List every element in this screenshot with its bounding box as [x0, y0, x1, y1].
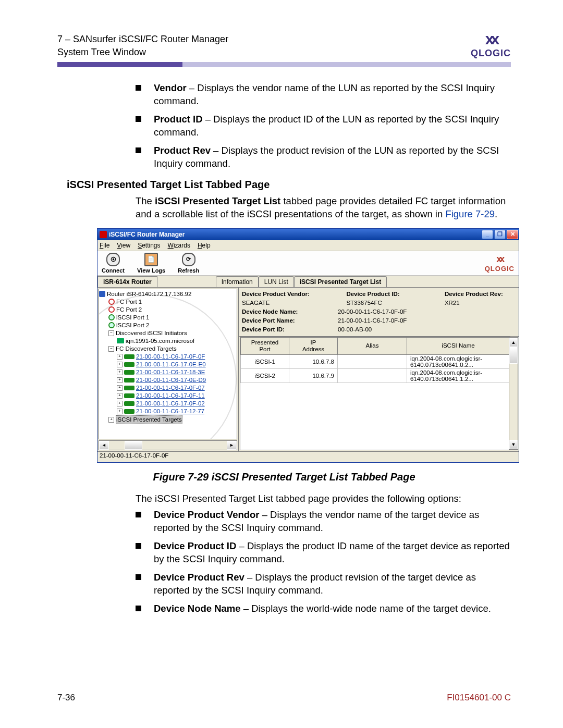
disk-icon	[124, 401, 134, 406]
expand-icon[interactable]: +	[117, 385, 123, 391]
scroll-thumb[interactable]	[125, 441, 142, 450]
expand-icon[interactable]: +	[117, 377, 123, 383]
tree-target[interactable]: +21-00-00-11-C6-17-0E-D9	[99, 376, 237, 384]
page-footer: 7-36 FI0154601-00 C	[57, 693, 511, 703]
tree-hscrollbar[interactable]: ◄ ►	[99, 440, 237, 450]
close-button[interactable]: ✕	[507, 230, 518, 239]
maximize-button[interactable]: ❐	[494, 230, 506, 239]
app-icon	[100, 231, 107, 238]
disk-icon	[124, 362, 134, 367]
port-icon	[108, 314, 115, 320]
tree-target[interactable]: +21-00-00-11-C6-17-0F-02	[99, 400, 237, 408]
router-icon	[99, 291, 105, 297]
menu-settings[interactable]: Settings	[138, 242, 160, 249]
tree-router-node[interactable]: Router iSR-6140:172.17.136.92	[99, 290, 237, 298]
menu-wizards[interactable]: Wizards	[168, 242, 190, 249]
expand-icon[interactable]: +	[108, 417, 114, 423]
app-window: iSCSI/FC Router Manager _ ❐ ✕ File View …	[97, 228, 519, 463]
system-tree-panel: Router iSR-6140:172.17.136.92 FC Port 1 …	[97, 288, 239, 451]
refresh-button[interactable]: ⟳ Refresh	[178, 253, 199, 274]
menu-help[interactable]: Help	[198, 242, 211, 249]
window-titlebar[interactable]: iSCSI/FC Router Manager _ ❐ ✕	[97, 229, 519, 240]
scroll-up-button[interactable]: ▲	[509, 338, 518, 347]
menu-view[interactable]: View	[117, 242, 130, 249]
tab-bar: iSR-614x Router Information LUN List iSC…	[97, 276, 519, 288]
col-ip-address[interactable]: IPAddress	[289, 337, 338, 354]
connect-icon: ⦿	[106, 253, 120, 266]
expand-icon[interactable]: +	[117, 401, 123, 406]
bullet-icon	[136, 543, 141, 549]
col-iscsi-name[interactable]: iSCSI Name	[407, 337, 510, 354]
tree-fctargets[interactable]: −FC Discovered Targets	[99, 345, 237, 353]
tree-target[interactable]: +21-00-00-11-C6-17-0E-E0	[99, 361, 237, 368]
header-line1: 7 – SANsurfer iSCSI/FC Router Manager	[57, 33, 228, 46]
tree-port[interactable]: iSCSI Port 1	[99, 314, 237, 322]
bullet-icon	[136, 606, 141, 611]
port-icon	[108, 322, 115, 328]
expand-icon[interactable]: +	[117, 362, 123, 367]
tree-initiator-item[interactable]: iqn.1991-05.com.microsof	[99, 337, 237, 345]
tree-target[interactable]: +21-00-00-11-C6-17-0F-11	[99, 392, 237, 400]
section-paragraph: The iSCSI Presented Target List tabbed p…	[136, 195, 511, 221]
col-alias[interactable]: Alias	[338, 337, 407, 354]
bullet-icon	[136, 116, 141, 122]
port-icon	[108, 299, 115, 305]
disk-icon	[124, 354, 134, 359]
tab-iscsi-presented[interactable]: iSCSI Presented Target List	[294, 276, 387, 287]
disk-icon	[124, 370, 134, 375]
tab-lunlist[interactable]: LUN List	[259, 276, 294, 287]
tree-target[interactable]: +21-00-00-11-C6-17-0F-07	[99, 384, 237, 392]
tree-initiators[interactable]: −Discovered iSCSI Initiators	[99, 329, 237, 337]
expand-icon[interactable]: +	[117, 354, 123, 360]
viewlogs-button[interactable]: 📄 View Logs	[137, 253, 165, 274]
expand-icon[interactable]: +	[117, 369, 123, 375]
tree-port[interactable]: FC Port 2	[99, 306, 237, 314]
collapse-icon[interactable]: −	[108, 346, 114, 352]
qlogic-logo: xx QLOGIC	[471, 30, 511, 59]
tree-port[interactable]: FC Port 1	[99, 298, 237, 306]
after-bullet-list: Device Product Vendor – Displays the ven…	[136, 509, 511, 615]
system-tree[interactable]: Router iSR-6140:172.17.136.92 FC Port 1 …	[99, 289, 237, 439]
figure-link[interactable]: Figure 7-29	[445, 208, 495, 219]
bullet-icon	[136, 147, 141, 153]
bullet-icon	[136, 512, 141, 517]
tree-iscsi-presented[interactable]: +iSCSI Presented Targets	[99, 415, 237, 424]
tab-information[interactable]: Information	[216, 276, 259, 287]
after-figure-paragraph: The iSCSI Presented Target List tabbed p…	[136, 492, 511, 505]
scroll-thumb[interactable]	[509, 347, 518, 364]
header-rule	[57, 62, 511, 67]
details-panel: Device Product Vendor: SEAGATE Device Pr…	[239, 288, 519, 451]
page-header: 7 – SANsurfer iSCSI/FC Router Manager Sy…	[57, 30, 511, 59]
tree-target[interactable]: +21-00-00-11-C6-17-18-3E	[99, 368, 237, 376]
grid-vscrollbar[interactable]: ▲ ▼	[509, 337, 518, 450]
tree-target[interactable]: +21-00-00-11-C6-17-0F-0F	[99, 353, 237, 361]
tree-target[interactable]: +21-00-00-11-C6-17-12-77	[99, 408, 237, 415]
refresh-icon: ⟳	[182, 253, 195, 266]
bullet-icon	[136, 574, 141, 580]
host-icon	[117, 338, 124, 343]
connect-button[interactable]: ⦿ Connect	[102, 253, 125, 274]
section-heading: iSCSI Presented Target List Tabbed Page	[67, 179, 511, 191]
grid-row[interactable]: iSCSI-1 10.6.7.8 iqn.2004-08.com.qlogic:…	[241, 354, 510, 368]
disk-icon	[124, 378, 134, 382]
minimize-button[interactable]: _	[482, 230, 493, 239]
bullet-icon	[136, 85, 141, 91]
grid-row[interactable]: iSCSI-2 10.6.7.9 iqn.2004-08.com.qlogic:…	[241, 368, 510, 382]
window-title: iSCSI/FC Router Manager	[109, 231, 185, 238]
menu-file[interactable]: File	[100, 242, 109, 249]
device-tab[interactable]: iSR-614x Router	[97, 276, 157, 287]
top-bullet-list: Vendor – Displays the vendor name of the…	[136, 82, 511, 170]
menu-bar[interactable]: File View Settings Wizards Help	[97, 240, 519, 251]
scroll-down-button[interactable]: ▼	[509, 440, 518, 449]
scroll-left-button[interactable]: ◄	[99, 441, 109, 450]
expand-icon[interactable]: +	[117, 393, 123, 399]
col-presented-port[interactable]: PresentedPort	[241, 337, 289, 354]
tree-port[interactable]: iSCSI Port 2	[99, 322, 237, 329]
expand-icon[interactable]: +	[117, 409, 123, 414]
doc-number: FI0154601-00 C	[447, 693, 511, 703]
scroll-right-button[interactable]: ►	[227, 441, 237, 450]
toolbar: ⦿ Connect 📄 View Logs ⟳ Refresh xxQLOGIC	[97, 251, 519, 276]
collapse-icon[interactable]: −	[108, 330, 114, 336]
presented-target-grid[interactable]: PresentedPort IPAddress Alias iSCSI Name…	[240, 337, 510, 450]
page-number: 7-36	[57, 693, 75, 703]
